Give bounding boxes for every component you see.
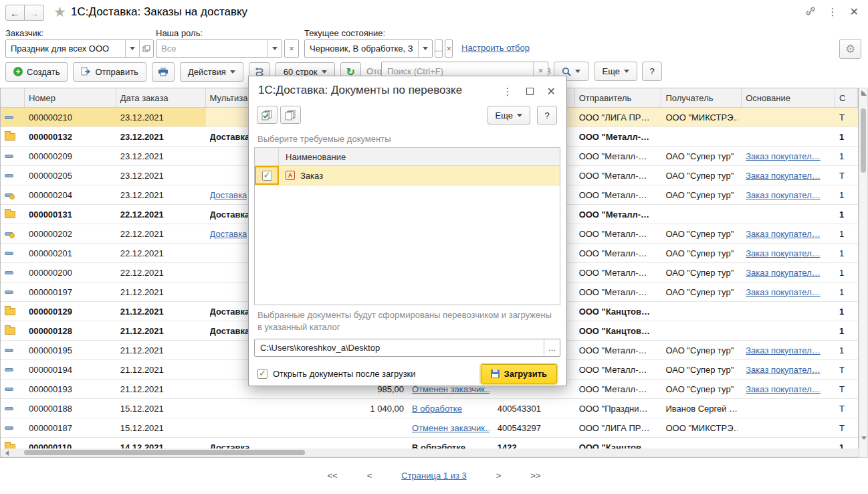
actions-button[interactable]: Действия [180, 62, 243, 82]
load-button[interactable]: Загрузить [481, 364, 557, 384]
scroll-left-icon[interactable] [5, 450, 9, 456]
scroll-right-icon[interactable] [861, 90, 865, 96]
cell-last: 1 [835, 205, 858, 224]
basis-link[interactable]: Заказ покупател… [746, 229, 821, 239]
column-header-date[interactable]: Дата заказа [116, 88, 206, 107]
help-button[interactable]: ? [642, 62, 662, 81]
role-filter-field[interactable]: Все [156, 39, 282, 58]
document-checkbox-cell[interactable] [255, 166, 279, 185]
cell-basis: Заказ покупател… [742, 185, 835, 204]
dialog-more-button[interactable]: Еще [487, 106, 530, 125]
dialog-menu-icon[interactable]: ⋮ [503, 86, 513, 98]
last-text: 1 [839, 190, 844, 200]
window-menu-icon[interactable]: ⋮ [828, 6, 838, 18]
settings-button[interactable]: ⚙ [839, 39, 861, 59]
favorite-star-icon[interactable]: ★ [53, 4, 66, 20]
window-close-icon[interactable]: ✕ [850, 5, 859, 18]
vertical-scrollbar[interactable] [859, 88, 868, 458]
get-link-icon[interactable] [804, 6, 816, 17]
table-row[interactable]: 00000018715.12.2021Отменен заказчик…4005… [1, 418, 858, 438]
download-path-input[interactable] [255, 339, 544, 356]
dialog-maximize-icon[interactable] [526, 88, 534, 95]
pagination-first[interactable]: << [328, 471, 338, 481]
state-filter-field[interactable]: Черновик, В обработке, З [304, 39, 433, 58]
pagination-prev[interactable]: < [367, 471, 372, 481]
column-header-sender[interactable]: Отправитель [575, 88, 662, 107]
customer-open-button[interactable] [139, 40, 153, 57]
checkbox-checked-icon[interactable] [262, 171, 272, 181]
cell-receiver: ОАО "Супер тур" [661, 263, 742, 282]
basis-link[interactable]: Заказ покупател… [746, 287, 821, 297]
pagination-last[interactable]: >> [530, 471, 540, 481]
receiver-text: ООО "МИКСТРЭ… [665, 423, 738, 433]
column-header-icon[interactable] [1, 88, 25, 107]
state-choose-button[interactable]: ... [435, 39, 443, 58]
print-button[interactable] [152, 62, 175, 82]
date-text: 23.12.2021 [120, 171, 164, 181]
configure-filter-link[interactable]: Настроить отбор [461, 43, 530, 53]
open-after-checkbox-row[interactable]: Открыть документы после загрузки [257, 369, 416, 379]
select-all-button[interactable] [257, 106, 278, 124]
role-dropdown-button[interactable] [267, 40, 282, 57]
cell-last: 1 [835, 244, 858, 262]
status-link[interactable]: Отменен заказчик… [412, 423, 490, 433]
clear-x-icon: × [538, 66, 544, 76]
receiver-text: Иванов Сергей … [665, 404, 738, 414]
forward-button[interactable]: → [25, 5, 44, 21]
basis-link[interactable]: Заказ покупател… [746, 384, 821, 394]
scroll-down-icon[interactable] [861, 436, 867, 440]
dialog-help-button[interactable]: ? [537, 106, 557, 125]
basis-link[interactable]: Заказ покупател… [746, 268, 821, 278]
create-button[interactable]: + Создать [5, 62, 68, 82]
basis-link[interactable]: Заказ покупател… [746, 171, 821, 181]
horizontal-scroll-thumb[interactable] [24, 450, 305, 455]
basis-link[interactable]: Заказ покупател… [746, 365, 821, 375]
cell-carrier: 400543297 [494, 418, 575, 437]
state-clear-button[interactable]: × [445, 39, 453, 58]
basis-link[interactable]: Заказ покупател… [746, 151, 821, 161]
document-list-item[interactable]: A Заказ [255, 166, 560, 185]
column-header-basis[interactable]: Основание [742, 88, 835, 107]
state-dropdown-button[interactable] [418, 40, 432, 57]
checkbox-checked-icon[interactable] [257, 369, 267, 379]
customer-dropdown-button[interactable] [125, 40, 139, 57]
multi-link[interactable]: Доставка [210, 190, 247, 200]
vertical-scroll-thumb[interactable] [861, 108, 866, 173]
send-button[interactable]: Отправить [73, 62, 146, 82]
cell-last: 1 [835, 282, 858, 301]
back-button[interactable]: ← [5, 5, 25, 21]
more-button[interactable]: Еще [594, 62, 637, 81]
clear-x-icon: × [446, 44, 451, 54]
column-header-receiver[interactable]: Получатель [661, 88, 742, 107]
pagination-next[interactable]: > [496, 471, 502, 481]
search-input[interactable] [382, 66, 533, 76]
dialog-close-icon[interactable]: ✕ [547, 85, 556, 98]
cell-sender: ООО "ЛИГА ПР… [575, 418, 662, 437]
date-text: 21.12.2021 [120, 384, 164, 394]
basis-link[interactable]: Заказ покупател… [746, 190, 821, 200]
row-icon-cell [1, 282, 25, 301]
cell-num: 000000128 [25, 321, 116, 340]
date-text: 22.12.2021 [120, 248, 164, 258]
sender-text: ООО "Металл-… [579, 365, 647, 375]
cell-date: 23.12.2021 [116, 166, 206, 185]
browse-button[interactable]: ... [544, 339, 560, 356]
customer-filter-field[interactable]: Праздник для всех ООО [5, 39, 154, 58]
last-text: 1 [839, 268, 844, 278]
column-header-num[interactable]: Номер [25, 88, 116, 107]
status-link[interactable]: В обработке [412, 404, 462, 414]
folder-icon [5, 327, 15, 335]
cell-num: 000000202 [25, 224, 116, 243]
sender-text: ООО "Металл-… [579, 345, 647, 355]
select-all-icon [261, 110, 273, 120]
basis-link[interactable]: Заказ покупател… [746, 248, 821, 258]
table-row[interactable]: 00000018815.12.20211 040,00В обработке40… [1, 399, 858, 418]
horizontal-scrollbar[interactable] [1, 448, 859, 457]
multi-link[interactable]: Доставка [210, 229, 247, 239]
deselect-all-button[interactable] [280, 106, 301, 124]
download-path-field[interactable]: ... [254, 339, 560, 357]
basis-link[interactable]: Заказ покупател… [746, 345, 821, 355]
role-clear-button[interactable]: × [284, 39, 299, 58]
pagination-current-link[interactable]: Страница 1 из 3 [401, 471, 466, 481]
column-header-last[interactable]: С [835, 88, 858, 107]
